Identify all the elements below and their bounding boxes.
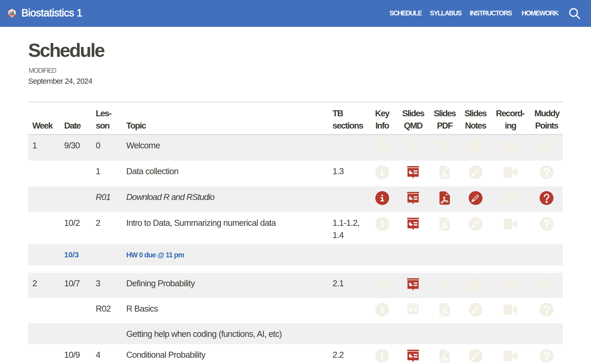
svg-text:KBA 92B: KBA 92B: [10, 15, 14, 16]
